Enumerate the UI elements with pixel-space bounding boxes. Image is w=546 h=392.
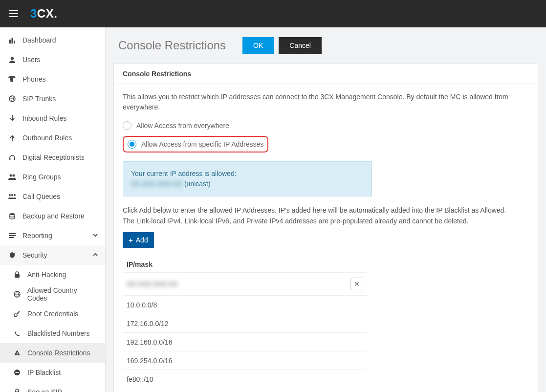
headset-icon bbox=[7, 154, 18, 161]
svg-rect-29 bbox=[16, 372, 19, 373]
sidebar-item-outbound-rules[interactable]: Outbound Rules bbox=[0, 128, 105, 148]
sidebar-subitem-secure-sip[interactable]: Secure SIP bbox=[0, 382, 105, 392]
sidebar-item-sip-trunks[interactable]: SIP Trunks bbox=[0, 89, 105, 109]
sidebar-item-label: Dashboard bbox=[22, 36, 56, 44]
radio-label: Allow Access from everywhere bbox=[136, 122, 229, 130]
main-content: Console Restrictions OK Cancel Console R… bbox=[106, 27, 546, 392]
add-button-label: Add bbox=[136, 236, 148, 244]
ip-row[interactable]: 169.254.0.0/16 bbox=[123, 351, 367, 370]
sidebar-item-ring-groups[interactable]: Ring Groups bbox=[0, 167, 105, 187]
sidebar-item-label: Security bbox=[22, 251, 47, 259]
key-icon bbox=[12, 310, 22, 317]
svg-point-16 bbox=[14, 194, 16, 196]
menu-toggle-button[interactable] bbox=[4, 4, 23, 23]
globe-icon bbox=[12, 291, 22, 298]
chevron-up-icon bbox=[92, 251, 98, 259]
lock-icon bbox=[12, 271, 22, 278]
ok-button[interactable]: OK bbox=[242, 37, 274, 54]
sidebar-item-users[interactable]: Users bbox=[0, 50, 105, 69]
ip-value: 10.0.0.0/8 bbox=[127, 301, 157, 309]
page-header: Console Restrictions OK Cancel bbox=[106, 27, 546, 64]
panel-body: This allows you to restrict which IP add… bbox=[114, 84, 538, 392]
sidebar-item-label: Users bbox=[22, 56, 41, 64]
svg-rect-10 bbox=[9, 158, 11, 160]
sidebar-item-backup-and-restore[interactable]: Backup and Restore bbox=[0, 206, 105, 226]
plus-icon: + bbox=[129, 236, 133, 244]
svg-rect-20 bbox=[9, 237, 14, 238]
svg-rect-27 bbox=[17, 354, 17, 355]
sidebar-subitem-ip-blacklist[interactable]: IP Blacklist bbox=[0, 363, 105, 382]
sidebar-item-phones[interactable]: Phones bbox=[0, 69, 105, 89]
sidebar-subitem-console-restrictions[interactable]: Console Restrictions bbox=[0, 343, 105, 363]
database-icon bbox=[7, 213, 18, 219]
svg-point-15 bbox=[11, 194, 13, 196]
ip-row[interactable]: XX.XXX.XXX.XX✕ bbox=[123, 272, 367, 295]
sidebar-item-label: Digital Receptionists bbox=[22, 153, 85, 161]
arrow-down-icon bbox=[7, 115, 18, 122]
svg-rect-2 bbox=[9, 16, 18, 17]
radio-label: Allow Access from specific IP Addresses bbox=[141, 140, 263, 148]
bar-chart-icon bbox=[7, 37, 18, 44]
svg-point-13 bbox=[13, 174, 15, 177]
panel-header: Console Restrictions bbox=[114, 64, 538, 84]
panel-description: This allows you to restrict which IP add… bbox=[123, 92, 529, 112]
top-bar: 3CX. bbox=[0, 0, 546, 27]
radio-icon bbox=[128, 140, 136, 149]
queue-icon bbox=[7, 193, 18, 200]
warning-icon bbox=[12, 349, 22, 356]
svg-point-17 bbox=[10, 213, 15, 215]
sidebar-item-dashboard[interactable]: Dashboard bbox=[0, 30, 105, 50]
cancel-button[interactable]: Cancel bbox=[279, 37, 322, 54]
sidebar-item-label: Outbound Rules bbox=[22, 134, 72, 142]
ip-row[interactable]: 192.168.0.0/16 bbox=[123, 332, 367, 351]
svg-rect-1 bbox=[9, 13, 18, 14]
instructions-line-2: The Link-local IPv4, Link-local IPv6, an… bbox=[123, 216, 529, 227]
sidebar-item-reporting[interactable]: Reporting bbox=[0, 226, 105, 245]
ip-row[interactable]: 172.16.0.0/12 bbox=[123, 314, 367, 332]
current-ip-masked: XX.XXX.XXX.XX bbox=[131, 179, 182, 189]
sidebar-subitem-root-credentials[interactable]: Root Credentials bbox=[0, 304, 105, 324]
ip-table: IP/mask XX.XXX.XXX.XX✕10.0.0.0/8172.16.0… bbox=[123, 257, 367, 388]
list-icon bbox=[7, 232, 18, 239]
sidebar-item-security[interactable]: Security bbox=[0, 245, 105, 265]
sidebar-item-digital-receptionists[interactable]: Digital Receptionists bbox=[0, 148, 105, 167]
svg-rect-21 bbox=[15, 274, 20, 278]
svg-rect-5 bbox=[14, 41, 15, 44]
sidebar-item-label: Allowed Country Codes bbox=[27, 286, 98, 302]
globe-icon bbox=[7, 95, 18, 102]
sidebar-item-label: Anti-Hacking bbox=[27, 271, 66, 279]
remove-ip-button[interactable]: ✕ bbox=[350, 278, 363, 290]
logo-dot: . bbox=[54, 7, 57, 21]
radio-icon bbox=[123, 121, 131, 130]
logo-3: 3 bbox=[30, 7, 37, 21]
sidebar-item-label: Ring Groups bbox=[22, 173, 61, 181]
chevron-down-icon bbox=[92, 232, 98, 240]
sidebar-item-call-queues[interactable]: Call Queues bbox=[0, 187, 105, 206]
svg-point-6 bbox=[11, 57, 14, 60]
user-icon bbox=[7, 56, 18, 63]
brand-logo: 3CX. bbox=[30, 0, 57, 27]
ip-row[interactable]: fe80::/10 bbox=[123, 370, 367, 388]
add-ip-button[interactable]: +Add bbox=[123, 232, 154, 248]
close-icon: ✕ bbox=[354, 280, 360, 288]
sidebar-item-label: Call Queues bbox=[22, 193, 60, 200]
svg-rect-3 bbox=[9, 40, 11, 44]
sidebar-subitem-anti-hacking[interactable]: Anti-Hacking bbox=[0, 265, 105, 284]
sidebar-item-label: Phones bbox=[22, 75, 45, 83]
svg-rect-0 bbox=[9, 10, 18, 11]
shield-icon bbox=[7, 252, 18, 259]
ip-value: XX.XXX.XXX.XX bbox=[127, 280, 178, 288]
sidebar-item-inbound-rules[interactable]: Inbound Rules bbox=[0, 109, 105, 128]
sidebar-subitem-allowed-country-codes[interactable]: Allowed Country Codes bbox=[0, 284, 105, 304]
phone-small-icon bbox=[12, 330, 22, 336]
svg-rect-19 bbox=[9, 235, 16, 236]
sidebar-item-label: Reporting bbox=[22, 232, 52, 240]
instructions: Click Add below to enter the allowed IP … bbox=[123, 205, 529, 226]
arrow-up-icon bbox=[7, 134, 18, 141]
phone-icon bbox=[7, 76, 18, 83]
radio-allow-specific[interactable]: Allow Access from specific IP Addresses bbox=[128, 140, 263, 149]
lock-icon bbox=[12, 389, 22, 392]
sidebar-subitem-blacklisted-numbers[interactable]: Blacklisted Numbers bbox=[0, 324, 105, 343]
ip-row[interactable]: 10.0.0.0/8 bbox=[123, 295, 367, 314]
radio-allow-everywhere[interactable]: Allow Access from everywhere bbox=[123, 121, 529, 130]
